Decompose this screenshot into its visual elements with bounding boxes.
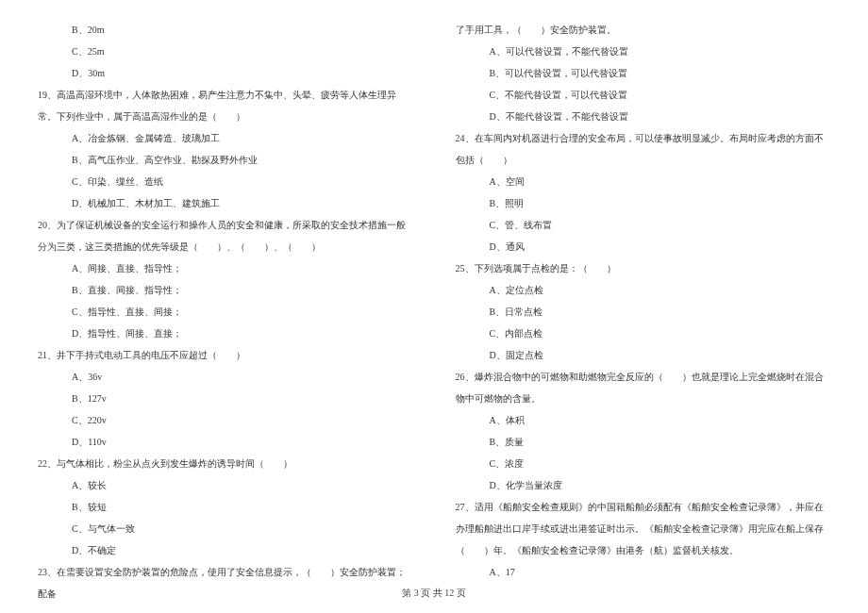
option-a: A、定位点检 [456, 279, 831, 301]
option-b: B、可以代替设置，可以代替设置 [456, 62, 831, 84]
question-27: 27、适用《船舶安全检查规则》的中国籍船舶必须配有《船舶安全检查记录簿》，并应在… [456, 496, 831, 561]
option-c: C、印染、缫丝、造纸 [38, 171, 413, 192]
option-a: A、空间 [456, 171, 831, 192]
option-d: D、110v [38, 431, 413, 453]
option-d: D、通风 [456, 236, 831, 257]
option-a: A、冶金炼钢、金属铸造、玻璃加工 [38, 127, 413, 149]
option-a: A、体积 [456, 409, 831, 431]
option-b: B、高气压作业、高空作业、勘探及野外作业 [38, 149, 413, 171]
option-d: D、指导性、间接、直接； [38, 323, 413, 344]
option-b: B、照明 [456, 192, 831, 214]
right-column: 了手用工具，（ ）安全防护装置。 A、可以代替设置，不能代替设置 B、可以代替设… [456, 19, 831, 605]
option-a: A、36v [38, 366, 413, 388]
question-26: 26、爆炸混合物中的可燃物和助燃物完全反应的（ ）也就是理论上完全燃烧时在混合物… [456, 366, 831, 409]
question-24: 24、在车间内对机器进行合理的安全布局，可以使事故明显减少。布局时应考虑的方面不… [456, 127, 831, 171]
option-c: C、不能代替设置，可以代替设置 [456, 84, 831, 106]
option-c: C、与气体一致 [38, 518, 413, 539]
page-footer: 第 3 页 共 12 页 [0, 587, 868, 600]
option-a: A、间接、直接、指导性； [38, 257, 413, 279]
option-a: A、可以代替设置，不能代替设置 [456, 41, 831, 62]
question-22: 22、与气体相比，粉尘从点火到发生爆炸的诱导时间（ ） [38, 453, 413, 474]
option-c: C、内部点检 [456, 323, 831, 344]
question-19: 19、高温高湿环境中，人体散热困难，易产生注意力不集中、头晕、疲劳等人体生理异常… [38, 84, 413, 127]
option-b: B、质量 [456, 431, 831, 453]
question-20: 20、为了保证机械设备的安全运行和操作人员的安全和健康，所采取的安全技术措施一般… [38, 214, 413, 257]
option-c: C、220v [38, 409, 413, 431]
option-d: D、化学当量浓度 [456, 474, 831, 496]
left-column: B、20m C、25m D、30m 19、高温高湿环境中，人体散热困难，易产生注… [38, 19, 413, 605]
option-b: B、127v [38, 388, 413, 409]
option-b: B、20m [38, 19, 413, 41]
option-b: B、较短 [38, 496, 413, 518]
question-23-cont: 了手用工具，（ ）安全防护装置。 [456, 19, 831, 41]
option-a: A、较长 [38, 474, 413, 496]
option-d: D、机械加工、木材加工、建筑施工 [38, 192, 413, 214]
option-b: B、日常点检 [456, 301, 831, 323]
option-d: D、固定点检 [456, 344, 831, 366]
option-b: B、直接、间接、指导性； [38, 279, 413, 301]
option-c: C、25m [38, 41, 413, 62]
question-21: 21、井下手持式电动工具的电压不应超过（ ） [38, 344, 413, 366]
option-d: D、30m [38, 62, 413, 84]
option-c: C、浓度 [456, 453, 831, 474]
option-c: C、指导性、直接、间接； [38, 301, 413, 323]
option-a: A、17 [456, 561, 831, 583]
option-c: C、管、线布置 [456, 214, 831, 236]
page-content: B、20m C、25m D、30m 19、高温高湿环境中，人体散热困难，易产生注… [0, 0, 868, 613]
option-d: D、不能代替设置，不能代替设置 [456, 106, 831, 127]
question-25: 25、下列选项属于点检的是：（ ） [456, 257, 831, 279]
option-d: D、不确定 [38, 539, 413, 561]
